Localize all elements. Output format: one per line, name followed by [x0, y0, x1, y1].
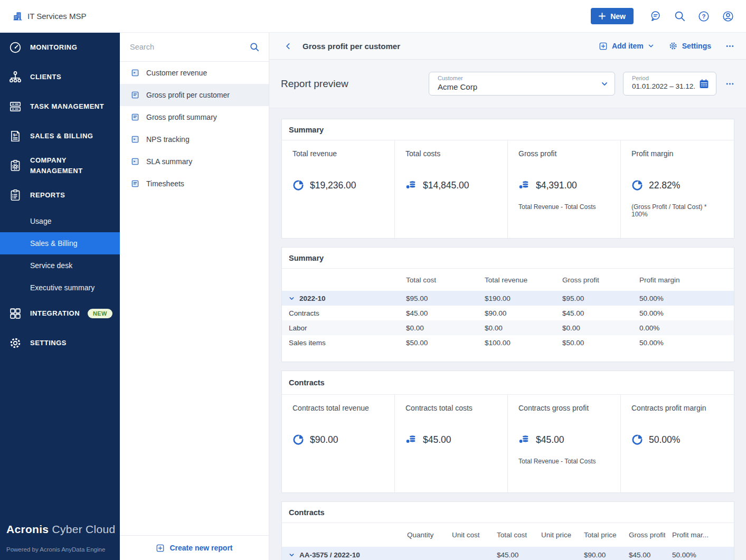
sidebar-item-sales-billing[interactable]: $= SALES & BILLING: [0, 121, 120, 151]
sidebar-item-monitoring[interactable]: MONITORING: [0, 33, 120, 62]
metric-label: Contracts total revenue: [292, 404, 385, 412]
help-icon[interactable]: ?: [697, 10, 710, 23]
sidebar-item-clients[interactable]: CLIENTS: [0, 62, 120, 92]
tenant-selector[interactable]: IT Services MSP: [13, 11, 86, 21]
cell: 0.00%: [632, 320, 734, 335]
summary-table-section: Summary Total cost Total revenue Gross p…: [281, 247, 734, 362]
period-field[interactable]: Period 01.01.2022 – 31.12...: [623, 72, 716, 96]
org-chart-icon: [8, 70, 22, 84]
metric-value: $14,845.00: [423, 180, 469, 191]
chat-icon[interactable]: [649, 10, 662, 23]
powered-by-text: Powered by Acronis AnyData Engine: [6, 546, 115, 553]
contracts-table-section: Contracts Quantity Unit cost Total cost …: [281, 501, 734, 560]
sidebar-item-label: SALES & BILLING: [30, 131, 93, 141]
report-item-customer-revenue[interactable]: Customer revenue: [120, 62, 269, 84]
sidebar-item-company-management[interactable]: COMPANY MANAGEMENT: [0, 151, 120, 181]
period-value: 01.01.2022 – 31.12...: [632, 82, 696, 90]
metric-value: $90.00: [310, 434, 338, 445]
report-item-label: Customer revenue: [146, 69, 207, 77]
sidebar-subitem-service-desk[interactable]: Service desk: [0, 254, 120, 277]
tenant-name: IT Services MSP: [27, 12, 86, 21]
clipboard-gear-icon: [8, 159, 22, 173]
svg-text:?: ?: [702, 13, 705, 20]
sidebar-subitem-usage[interactable]: Usage: [0, 210, 120, 232]
summary-cards-section: Summary Total revenue $19,236.00 Total c…: [281, 119, 734, 239]
search-input[interactable]: [129, 42, 245, 52]
chevron-down-icon[interactable]: [289, 552, 295, 558]
table-row[interactable]: Sales items $50.00 $100.00 $50.00 50.00%: [282, 335, 734, 350]
section-title: Contracts: [282, 502, 734, 523]
search-row: [120, 33, 269, 62]
row-label-text: Sales items: [282, 335, 399, 350]
settings-label: Settings: [682, 42, 711, 50]
new-button[interactable]: New: [591, 8, 634, 24]
clipboard-report-icon: [8, 188, 22, 203]
coins-icon: [518, 434, 530, 445]
report-item-gross-profit-per-customer[interactable]: Gross profit per customer: [120, 84, 269, 106]
account-icon[interactable]: [722, 10, 734, 23]
report-item-timesheets[interactable]: Timesheets: [120, 173, 269, 195]
app-window: IT Services MSP New: [0, 0, 746, 560]
contracts-cards-section: Contracts Contracts total revenue $90.00…: [281, 371, 734, 493]
create-new-report-button[interactable]: Create new report: [120, 535, 269, 560]
subitem-label: Usage: [30, 217, 51, 225]
report-doc-icon: [131, 113, 139, 121]
table-row[interactable]: Contracts $45.00 $90.00 $45.00 50.00%: [282, 306, 734, 320]
more-options-icon[interactable]: [725, 79, 734, 88]
add-item-button[interactable]: Add item: [599, 42, 654, 51]
report-item-nps-tracking[interactable]: NPS tracking: [120, 128, 269, 150]
customer-label: Customer: [438, 75, 599, 81]
top-bar: IT Services MSP New: [0, 0, 746, 33]
sidebar-item-integration[interactable]: INTEGRATION NEW: [0, 299, 120, 328]
metric-contracts-total-revenue: Contracts total revenue $90.00: [282, 395, 395, 492]
column-header: Total cost: [490, 523, 534, 547]
sidebar-item-reports[interactable]: REPORTS: [0, 181, 120, 210]
main-area: Gross profit per customer Add item Setti…: [269, 33, 746, 560]
building-icon: [13, 11, 23, 21]
back-button[interactable]: [284, 42, 292, 50]
table-row[interactable]: Labor $0.00 $0.00 $0.00 0.00%: [282, 320, 734, 335]
report-doc-icon: [131, 91, 139, 99]
sidebar-item-task-management[interactable]: TASK MANAGEMENT: [0, 92, 120, 121]
column-header: Total revenue: [478, 269, 555, 291]
cell: 50.00%: [665, 547, 734, 560]
search-icon[interactable]: [673, 10, 686, 23]
table-group-row[interactable]: 2022-10 $95.00 $190.00 $95.00 50.00%: [282, 291, 734, 306]
cell: $50.00: [399, 335, 478, 350]
section-title: Contracts: [282, 371, 734, 395]
metric-note: Total Revenue - Total Costs: [518, 458, 611, 465]
column-header: Gross profit: [622, 523, 665, 547]
chevron-down-icon[interactable]: [289, 296, 295, 301]
report-list-items: Customer revenue Gross profit per custom…: [120, 62, 269, 195]
table-group-row[interactable]: AA-3575 / 2022-10 $45.00 $90.00 $45.00 5…: [282, 547, 734, 560]
customer-value: Acme Corp: [438, 82, 599, 91]
metric-contracts-gross-profit: Contracts gross profit $45.00 Total Reve…: [508, 395, 621, 492]
pie-chart-icon: [292, 434, 304, 445]
cell: [445, 547, 490, 560]
gear-icon: [668, 41, 678, 51]
preview-title: Report preview: [281, 78, 348, 90]
invoice-icon: $=: [8, 129, 22, 144]
report-item-sla-summary[interactable]: SLA summary: [120, 150, 269, 173]
settings-button[interactable]: Settings: [668, 41, 711, 51]
sidebar-subitem-executive-summary[interactable]: Executive summary: [0, 277, 120, 299]
cell: [534, 547, 577, 560]
page-header: Gross profit per customer Add item Setti…: [269, 33, 746, 60]
sidebar-subitem-sales-billing[interactable]: Sales & Billing: [0, 232, 120, 254]
row-label-text: Contracts: [282, 306, 399, 320]
more-options-icon[interactable]: [725, 42, 734, 51]
plus-square-icon: [599, 42, 608, 51]
report-content: Summary Total revenue $19,236.00 Total c…: [269, 108, 746, 560]
search-icon[interactable]: [249, 42, 260, 52]
customer-select[interactable]: Customer Acme Corp: [429, 72, 615, 96]
sidebar-item-label: MONITORING: [30, 42, 77, 53]
sidebar-item-settings[interactable]: SETTINGS: [0, 328, 120, 358]
metric-label: Profit margin: [631, 149, 724, 158]
column-header: Quantity: [400, 523, 445, 547]
report-item-gross-profit-summary[interactable]: Gross profit summary: [120, 106, 269, 128]
section-title: Summary: [282, 248, 734, 269]
topbar-actions: New ?: [591, 8, 734, 24]
sidebar-item-label: CLIENTS: [30, 72, 61, 82]
cell: 50.00%: [632, 306, 734, 320]
report-item-label: Gross profit per customer: [146, 91, 230, 99]
